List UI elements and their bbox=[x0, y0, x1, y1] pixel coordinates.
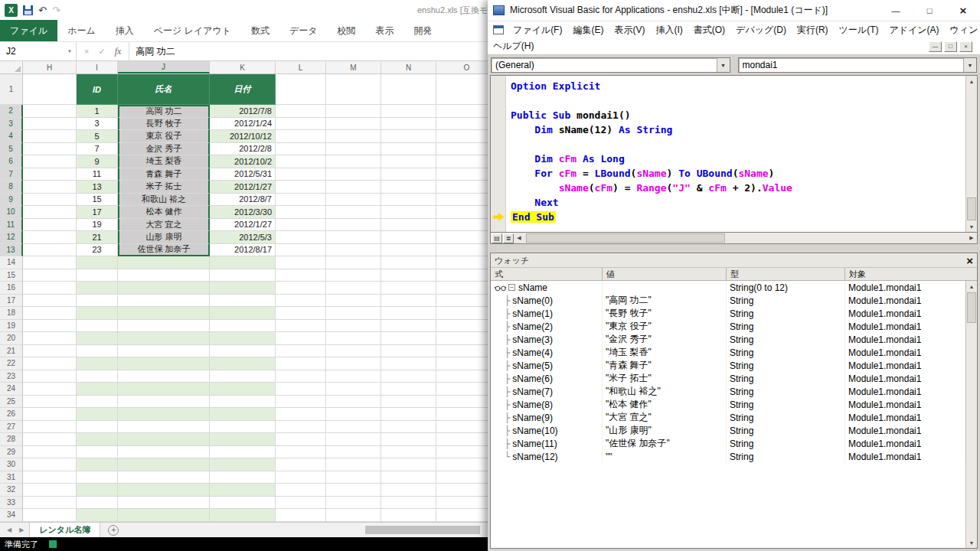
column-header-H[interactable]: H bbox=[23, 61, 77, 73]
cell-I19[interactable] bbox=[77, 320, 118, 333]
cell-M15[interactable] bbox=[326, 269, 381, 282]
column-header-I[interactable]: I bbox=[77, 61, 118, 73]
cell-K16[interactable] bbox=[210, 282, 276, 295]
cell-M33[interactable] bbox=[326, 497, 381, 510]
cell-H8[interactable] bbox=[23, 181, 77, 194]
cell-L23[interactable] bbox=[276, 370, 326, 383]
cell-I12[interactable]: 21 bbox=[77, 231, 118, 244]
cell-N33[interactable] bbox=[381, 497, 436, 510]
cell-K31[interactable] bbox=[210, 471, 276, 484]
cell-L24[interactable] bbox=[276, 383, 326, 396]
cell-K24[interactable] bbox=[210, 383, 276, 396]
cell-H23[interactable] bbox=[23, 370, 77, 383]
cell-H3[interactable] bbox=[23, 118, 77, 131]
cell-M14[interactable] bbox=[326, 256, 381, 269]
cell-M34[interactable] bbox=[326, 509, 381, 522]
cell-O20[interactable] bbox=[436, 332, 488, 345]
column-header-J[interactable]: J bbox=[118, 61, 210, 73]
cell-K30[interactable] bbox=[210, 458, 276, 471]
cell-O29[interactable] bbox=[436, 446, 488, 459]
cell-N34[interactable] bbox=[381, 509, 436, 522]
cell-M19[interactable] bbox=[326, 320, 381, 333]
cell-O9[interactable] bbox=[436, 194, 488, 207]
cell-N27[interactable] bbox=[381, 421, 436, 434]
vba-menu-item-7[interactable]: ツール(T) bbox=[834, 24, 884, 37]
cell-K23[interactable] bbox=[210, 370, 276, 383]
code-vscroll-thumb[interactable] bbox=[967, 197, 976, 220]
cell-N23[interactable] bbox=[381, 370, 436, 383]
cell-M10[interactable] bbox=[326, 206, 381, 219]
cell-K18[interactable] bbox=[210, 307, 276, 320]
cell-M11[interactable] bbox=[326, 219, 381, 232]
cell-I33[interactable] bbox=[77, 497, 118, 510]
cell-H9[interactable] bbox=[23, 194, 77, 207]
cell-L10[interactable] bbox=[276, 206, 326, 219]
cell-K11[interactable]: 2012/1/27 bbox=[210, 219, 276, 232]
taskbar-excel-icon[interactable] bbox=[49, 540, 57, 548]
watch-close-icon[interactable]: × bbox=[966, 255, 973, 266]
cell-M16[interactable] bbox=[326, 282, 381, 295]
cell-M25[interactable] bbox=[326, 396, 381, 409]
cell-L11[interactable] bbox=[276, 219, 326, 232]
watch-row-6[interactable]: ├sName(5)"青森 舞子"StringModule1.mondai1 bbox=[491, 359, 965, 372]
watch-column-header-0[interactable]: 式 bbox=[491, 268, 603, 280]
row-header-26[interactable]: 26 bbox=[0, 408, 23, 421]
cell-J22[interactable] bbox=[118, 357, 210, 370]
watch-row-3[interactable]: ├sName(2)"東京 役子"StringModule1.mondai1 bbox=[491, 320, 965, 333]
add-sheet-icon[interactable]: + bbox=[108, 525, 119, 536]
cell-I17[interactable] bbox=[77, 295, 118, 308]
cell-I6[interactable]: 9 bbox=[77, 155, 118, 168]
cell-O4[interactable] bbox=[436, 130, 488, 143]
cell-J4[interactable]: 東京 役子 bbox=[118, 130, 210, 143]
cell-N5[interactable] bbox=[381, 143, 436, 156]
cell-H27[interactable] bbox=[23, 421, 77, 434]
row-header-29[interactable]: 29 bbox=[0, 446, 23, 459]
row-header-10[interactable]: 10 bbox=[0, 206, 23, 219]
cell-I22[interactable] bbox=[77, 357, 118, 370]
cell-N13[interactable] bbox=[381, 244, 436, 257]
ribbon-tab-7[interactable]: 表示 bbox=[366, 20, 404, 41]
cell-H12[interactable] bbox=[23, 231, 77, 244]
vba-menu-item-3[interactable]: 挿入(I) bbox=[650, 24, 688, 37]
cell-O33[interactable] bbox=[436, 497, 488, 510]
cell-N21[interactable] bbox=[381, 345, 436, 358]
cell-N4[interactable] bbox=[381, 130, 436, 143]
cell-H2[interactable] bbox=[23, 105, 77, 118]
cell-M1[interactable] bbox=[326, 74, 381, 105]
watch-row-13[interactable]: └sName(12)""StringModule1.mondai1 bbox=[491, 450, 965, 463]
cell-K27[interactable] bbox=[210, 421, 276, 434]
row-header-1[interactable]: 1 bbox=[0, 74, 23, 105]
cell-H25[interactable] bbox=[23, 396, 77, 409]
sheet-nav-prev-icon[interactable]: ◀ bbox=[5, 527, 14, 533]
cell-N17[interactable] bbox=[381, 295, 436, 308]
cell-L30[interactable] bbox=[276, 458, 326, 471]
cell-H15[interactable] bbox=[23, 269, 77, 282]
cell-H26[interactable] bbox=[23, 408, 77, 421]
row-header-24[interactable]: 24 bbox=[0, 383, 23, 396]
cancel-entry-icon[interactable]: × bbox=[84, 47, 89, 56]
cell-H7[interactable] bbox=[23, 168, 77, 181]
cell-M8[interactable] bbox=[326, 181, 381, 194]
cell-O10[interactable] bbox=[436, 206, 488, 219]
code-hscrollbar[interactable]: ▤ ≣ ◀ ▶ bbox=[490, 233, 978, 244]
vba-menu-item-0[interactable]: ファイル(F) bbox=[508, 24, 567, 37]
cell-O32[interactable] bbox=[436, 484, 488, 497]
row-header-21[interactable]: 21 bbox=[0, 345, 23, 358]
cell-K28[interactable] bbox=[210, 433, 276, 446]
cell-J27[interactable] bbox=[118, 421, 210, 434]
cell-J7[interactable]: 青森 舞子 bbox=[118, 168, 210, 181]
watch-row-5[interactable]: ├sName(4)"埼玉 梨香"StringModule1.mondai1 bbox=[491, 346, 965, 359]
cell-K26[interactable] bbox=[210, 408, 276, 421]
cell-H20[interactable] bbox=[23, 332, 77, 345]
object-combo-dropdown-icon[interactable]: ▼ bbox=[717, 58, 730, 72]
cell-M7[interactable] bbox=[326, 168, 381, 181]
cell-I32[interactable] bbox=[77, 484, 118, 497]
row-header-17[interactable]: 17 bbox=[0, 295, 23, 308]
sheet-nav-next-icon[interactable]: ▶ bbox=[17, 527, 26, 533]
cell-H19[interactable] bbox=[23, 320, 77, 333]
sheet-hscrollbar[interactable] bbox=[365, 526, 480, 534]
cell-I16[interactable] bbox=[77, 282, 118, 295]
cell-H31[interactable] bbox=[23, 471, 77, 484]
cell-I15[interactable] bbox=[77, 269, 118, 282]
row-header-28[interactable]: 28 bbox=[0, 433, 23, 446]
